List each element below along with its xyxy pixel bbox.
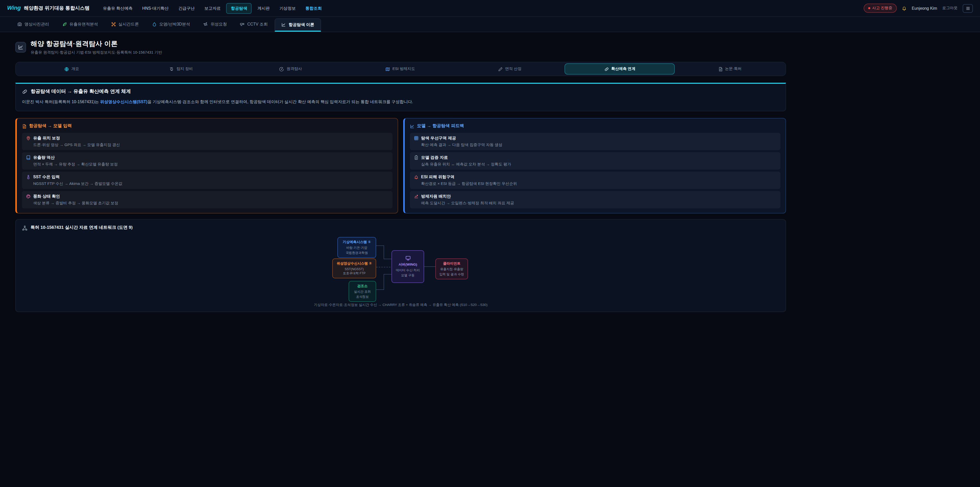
item-desc: 확산 예측 결과 → 다음 탐색 집중구역 자동 생성 xyxy=(414,142,776,147)
tab-esi-map[interactable]: ESI 방제지도 xyxy=(345,63,455,75)
node-satellite-system: 위성영상수신시스템 ② SST(NGSST) 토호쿠대학 FTP xyxy=(332,259,376,278)
droplet-icon xyxy=(152,22,157,27)
page-header: 해양 항공탐색·원격탐사 이론 유출유 원격탐지·항공감시 기법·ESI 방제정… xyxy=(15,39,786,55)
app-title: 해양환경 위기대응 통합시스템 xyxy=(24,5,90,12)
item-title: 유출량 역산 xyxy=(33,155,55,160)
tab-overview[interactable]: 개요 xyxy=(17,63,126,75)
bar-chart-icon xyxy=(410,124,414,128)
palette-icon xyxy=(26,194,30,199)
item-desc: 실측 유출유 위치 ↔ 예측값 오차 분석 → 정확도 평가 xyxy=(414,162,776,167)
patent-network-panel: 특허 10-1567431 실시간 자료 연계 네트워크 (도면 9) 기상예측… xyxy=(15,219,786,312)
menu-weather-info[interactable]: 기상정보 xyxy=(275,3,300,13)
item-title: 유출 위치 보정 xyxy=(33,135,60,141)
node-title: 검조소 xyxy=(351,283,374,289)
tab-detection-equipment[interactable]: 탐지 장비 xyxy=(126,63,236,75)
cctv-icon xyxy=(240,22,245,27)
top-navigation: Wing 해양환경 위기대응 통합시스템 유출유 확산예측 HNS·대기확산 긴… xyxy=(0,0,980,17)
node-line: 입력 및 결과 수령 xyxy=(438,272,466,277)
menu-aerial-search[interactable]: 항공탐색 xyxy=(226,3,252,14)
subnav-label: 영상사진관리 xyxy=(24,21,49,27)
subnav-label: 실시간드론 xyxy=(118,21,139,27)
content: 해양 항공탐색·원격탐사 이론 유출유 원격탐지·항공감시 기법·ESI 방제정… xyxy=(15,39,786,312)
menu-emergency-rescue[interactable]: 긴급구난 xyxy=(174,3,199,13)
subnav-cctv[interactable]: CCTV 조회 xyxy=(234,17,274,32)
logout-button[interactable]: 로그아웃 xyxy=(942,6,958,11)
item-title-row: ESI 피해 위험구역 xyxy=(414,174,776,180)
tab-area-calculation[interactable]: 면적 산정 xyxy=(455,63,565,75)
model-feedback-item: 탐색 우선구역 제공 확산 예측 결과 → 다음 탐색 집중구역 자동 생성 xyxy=(410,133,780,150)
document-icon xyxy=(718,67,722,71)
menu-reports[interactable]: 보고자료 xyxy=(200,3,225,13)
node-wing-server: 서버(WING) 데이터 수신·처리 모델 구동 xyxy=(391,250,424,283)
tab-prediction-linkage[interactable]: 확산예측 연계 xyxy=(565,63,675,75)
model-input-card: 항공탐색 → 모델 입력 유출 위치 보정 드론·위성 영상 → GPS 좌표 … xyxy=(15,118,398,214)
subnav-oil-area-analysis[interactable]: 유출유면적분석 xyxy=(56,17,104,32)
item-title: SST 수온 입력 xyxy=(33,174,60,180)
status-dot xyxy=(868,7,870,9)
status-badge-label: 사고 진행중 xyxy=(872,6,892,11)
node-line: 실시간 조위 xyxy=(351,289,374,294)
tab-label: 확산예측 연계 xyxy=(611,66,635,72)
brand[interactable]: Wing 해양환경 위기대응 통합시스템 xyxy=(7,5,89,12)
menu-hns-atmosphere[interactable]: HNS·대기확산 xyxy=(138,3,173,13)
radar-icon xyxy=(280,67,284,71)
page-title: 해양 항공탐색·원격탐사 이론 xyxy=(30,39,162,48)
tab-label: 논문·특허 xyxy=(725,66,741,72)
globe-icon xyxy=(64,67,69,71)
subnav-realtime-drone[interactable]: 실시간드론 xyxy=(105,17,145,32)
bell-icon[interactable] xyxy=(902,6,907,10)
model-feedback-item: 방제자원 배치안 예측 도달시간 → 오일펜스·방제정 최적 배치 좌표 제공 xyxy=(410,191,780,208)
tab-label: ESI 방제지도 xyxy=(393,66,415,72)
user-name: Eunjeong Kim xyxy=(912,6,937,10)
node-title: 위성영상수신시스템 ② xyxy=(335,261,374,266)
hamburger-menu-button[interactable] xyxy=(963,4,973,13)
subnav-image-photo[interactable]: 영상사진관리 xyxy=(11,17,55,32)
item-title-row: 유출량 역산 xyxy=(26,155,388,160)
tab-remote-sensing[interactable]: 원격탐사 xyxy=(236,63,345,75)
item-desc: 드론·위성 영상 → GPS 좌표 → 모델 유출지점 갱신 xyxy=(26,142,388,147)
item-desc: 확산경로 × ESI 등급 → 항공탐색 ESI 현장확인 우선순위 xyxy=(414,181,776,186)
item-title-row: 유출 위치 보정 xyxy=(26,135,388,141)
model-input-item: 유출 위치 보정 드론·위성 영상 → GPS 좌표 → 모델 유출지점 갱신 xyxy=(22,133,393,150)
node-line: 데이터 수신·처리 xyxy=(396,268,420,273)
model-input-item: SST 수온 입력 NGSST FTP 수신 → Akima 보간 → 증발모델… xyxy=(22,172,393,189)
linkage-intro-panel: 항공탐색 데이터 → 유출유 확산예측 연계 체계 이문진 박사 특허(등록특허… xyxy=(15,83,786,111)
menu-integrated-search[interactable]: 통합조회 xyxy=(301,3,326,13)
model-input-item: 유출량 역산 면적 × 두께 → 유량 추정 → 확산모델 유출량 보정 xyxy=(22,152,393,169)
node-client: 클라이언트 유출지점·유출량 입력 및 결과 수령 xyxy=(435,259,468,279)
item-title-row: SST 수온 입력 xyxy=(26,174,388,180)
tab-papers-patents[interactable]: 논문·특허 xyxy=(675,63,784,75)
sub-navigation: 영상사진관리 유출유면적분석 실시간드론 오염/선박3D분석 위성요청 CCTV… xyxy=(0,17,980,32)
network-icon xyxy=(22,225,27,231)
card-title: 항공탐색 → 모델 입력 xyxy=(29,123,72,129)
hamburger-icon xyxy=(966,6,970,10)
subnav-satellite-request[interactable]: 위성요청 xyxy=(197,17,233,32)
camera-icon xyxy=(18,22,22,27)
subnav-label: 오염/선박3D분석 xyxy=(159,21,190,27)
node-line: SST(NGSST) xyxy=(335,267,374,270)
item-title: 탐색 우선구역 제공 xyxy=(421,135,456,141)
node-line: 국립환경과학원 xyxy=(340,251,374,255)
item-title: 방제자원 배치안 xyxy=(421,193,451,199)
subnav-pollution-3d[interactable]: 오염/선박3D분석 xyxy=(146,17,196,32)
intro-text-pre: 이문진 박사 특허(등록특허 10-1567431)는 xyxy=(22,100,100,104)
tab-label: 개요 xyxy=(72,66,79,72)
node-line: 토호쿠대학 FTP xyxy=(335,271,374,276)
model-feedback-item: ESI 피해 위험구역 확산경로 × ESI 등급 → 항공탐색 ESI 현장확… xyxy=(410,172,780,189)
model-feedback-card: 모델 → 항공탐색 피드백 탐색 우선구역 제공 확산 예측 결과 → 다음 탐… xyxy=(403,118,786,214)
tab-label: 원격탐사 xyxy=(286,66,302,72)
menu-board[interactable]: 게시판 xyxy=(253,3,274,13)
node-weather-system: 기상예측시스템 ① 바람·기온·기압 국립환경과학원 xyxy=(337,237,376,258)
pencil-icon xyxy=(498,67,503,71)
helicopter-icon xyxy=(169,67,174,71)
subnav-aerial-theory[interactable]: 항공탐색 이론 xyxy=(275,18,321,32)
node-tide-station: 검조소 실시간 조위 조석정보 xyxy=(348,281,376,302)
sst-link[interactable]: 위성영상수신시스템(SST) xyxy=(100,100,148,104)
intro-title: 항공탐색 데이터 → 유출유 확산예측 연계 체계 xyxy=(30,88,131,95)
menu-spill-prediction[interactable]: 유출유 확산예측 xyxy=(99,3,137,13)
book-icon xyxy=(26,155,30,160)
theory-tabbar: 개요 탐지 장비 원격탐사 ESI 방제지도 면적 산정 xyxy=(15,62,786,76)
page-title-block: 해양 항공탐색·원격탐사 이론 유출유 원격탐지·항공감시 기법·ESI 방제정… xyxy=(30,39,162,55)
item-title-row: 풍화 상태 확인 xyxy=(26,193,388,199)
subnav-label: 유출유면적분석 xyxy=(69,21,98,27)
